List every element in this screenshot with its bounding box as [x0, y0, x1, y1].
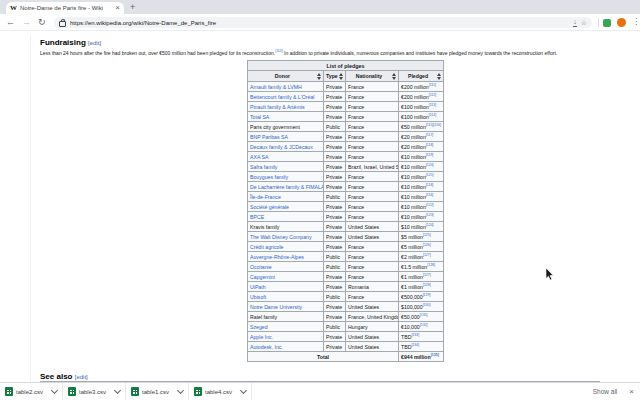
citation-link[interactable]: [131] [420, 313, 428, 317]
donor-link[interactable]: UiPath [250, 284, 266, 290]
citation-link[interactable]: [133] [411, 333, 419, 337]
donor-link[interactable]: Bettencourt family & L'Oréal [250, 94, 314, 100]
tab-close-icon[interactable]: × [115, 4, 120, 12]
address-bar[interactable]: https://en.wikipedia.org/wiki/Notre-Dame… [54, 17, 592, 28]
column-header-nationality[interactable]: Nationality [346, 71, 399, 82]
citation-link[interactable]: [122] [426, 203, 434, 207]
donor-link[interactable]: Autodesk, Inc. [250, 344, 283, 350]
donor-link[interactable]: BNP Paribas SA [250, 134, 288, 140]
reload-icon[interactable]: ↻ [38, 17, 46, 27]
donor-link[interactable]: Capgemini [250, 274, 275, 280]
download-filename[interactable]: table2.csv [16, 389, 49, 395]
donor-link[interactable]: Société générale [250, 204, 289, 210]
nationality-cell: France [346, 102, 399, 112]
edit-link[interactable]: edit [76, 374, 86, 380]
donor-link[interactable]: The Walt Disney Company [250, 234, 312, 240]
citation-link[interactable]: [127] [423, 273, 431, 277]
donor-link[interactable]: Apple Inc. [250, 334, 273, 340]
citation-link[interactable]: [119] [426, 153, 434, 157]
citation-link[interactable]: [110] [275, 49, 283, 53]
sort-arrows-icon[interactable] [437, 73, 441, 80]
citation-link[interactable]: [113] [429, 103, 437, 107]
chevron-down-icon[interactable] [51, 387, 58, 394]
citation-link[interactable]: [112] [429, 93, 437, 97]
browser-tab[interactable]: W Notre-Dame de Paris fire - Wiki × [6, 2, 124, 14]
donor-text: Ratel family [250, 314, 277, 320]
donor-link[interactable]: Auvergne-Rhône-Alpes [250, 254, 304, 260]
donor-link[interactable]: Bouygues family [250, 174, 288, 180]
donor-link[interactable]: De Lacharrière family & FIMALAC [250, 184, 324, 190]
citation-link[interactable]: [134] [411, 343, 419, 347]
download-filename[interactable]: table3.csv [79, 389, 112, 395]
citation-link[interactable]: [135] [431, 353, 439, 357]
chevron-down-icon[interactable] [240, 387, 247, 394]
citation-link[interactable]: [118] [426, 183, 434, 187]
citation-link[interactable]: [117] [426, 133, 434, 137]
download-filename[interactable]: table4.csv [205, 389, 238, 395]
chevron-down-icon[interactable] [177, 387, 184, 394]
download-item[interactable]: table2.csv [0, 383, 63, 400]
close-downloads-bar-icon[interactable]: × [629, 387, 634, 396]
edit-section-link[interactable]: [edit] [88, 40, 101, 46]
citation-link[interactable]: [128] [423, 283, 431, 287]
chrome-menu-icon[interactable]: ⋮ [632, 17, 640, 26]
new-tab-button[interactable]: + [130, 2, 135, 13]
extension-icon[interactable] [603, 19, 611, 27]
profile-avatar[interactable] [617, 18, 626, 27]
donor-link[interactable]: AXA SA [250, 154, 268, 160]
citation-link[interactable]: [123] [426, 213, 434, 217]
citation-link[interactable]: [128] [427, 263, 435, 267]
donor-link[interactable]: Decaux family & JCDecaux [250, 144, 313, 150]
sort-arrows-icon[interactable] [392, 73, 396, 80]
citation-link[interactable]: [124] [426, 223, 434, 227]
citation-link[interactable]: [120] [426, 163, 434, 167]
download-item[interactable]: table4.csv [189, 383, 252, 400]
donor-link[interactable]: Crédit agricole [250, 244, 283, 250]
show-all-downloads-button[interactable]: Show all [593, 388, 618, 395]
citation-link[interactable]: [116] [426, 193, 434, 197]
total-row: Total €944 million[135] [248, 352, 444, 362]
citation-link[interactable]: [126] [423, 243, 431, 247]
donor-link[interactable]: Île-de-France [250, 194, 281, 200]
citation-link[interactable]: [118] [426, 143, 434, 147]
forward-icon[interactable]: → [22, 17, 31, 27]
donor-link[interactable]: Pinault family & Artémis [250, 104, 305, 110]
url-text[interactable]: https://en.wikipedia.org/wiki/Notre-Dame… [70, 20, 569, 26]
donor-link[interactable]: Szeged [250, 324, 268, 330]
citation-link[interactable]: [115][116] [426, 123, 441, 127]
table-row: CapgeminiPrivateFrance€1 million[127] [248, 272, 444, 282]
sort-arrows-icon[interactable] [317, 73, 321, 80]
citation-link[interactable]: [111] [429, 83, 436, 87]
back-icon[interactable]: ← [6, 17, 15, 27]
bookmark-star-icon[interactable]: ☆ [581, 19, 587, 27]
pledged-cell: TBD[133] [399, 332, 444, 342]
donor-link[interactable]: Safra family [250, 164, 277, 170]
column-header-type[interactable]: Type [324, 71, 346, 82]
column-header-donor[interactable]: Donor [248, 71, 324, 82]
download-filename[interactable]: table1.csv [142, 389, 175, 395]
download-item[interactable]: table3.csv [63, 383, 126, 400]
pledged-cell: $100,000[130] [399, 302, 444, 312]
donor-link[interactable]: Total SA [250, 114, 269, 120]
download-item[interactable]: table1.csv [126, 383, 189, 400]
citation-link[interactable]: [114] [429, 113, 437, 117]
donor-link[interactable]: Notre Dame University [250, 304, 302, 310]
donor-link[interactable]: Ubisoft [250, 294, 266, 300]
edit-link[interactable]: edit [90, 40, 100, 46]
citation-link[interactable]: [132] [420, 323, 428, 327]
sort-arrows-icon[interactable] [339, 73, 343, 80]
citation-link[interactable]: [129] [423, 293, 431, 297]
table-row: UbisoftPublicFrance€500,000[129] [248, 292, 444, 302]
donor-link[interactable]: Arnault family & LVMH [250, 84, 302, 90]
table-row: Safra familyPrivateBrazil, Israel, Unite… [248, 162, 444, 172]
download-icon[interactable]: ↓ [573, 18, 577, 27]
citation-link[interactable]: [127] [423, 253, 431, 257]
citation-link[interactable]: [125] [423, 233, 431, 237]
donor-link[interactable]: Occitanie [250, 264, 272, 270]
donor-link[interactable]: BPCE [250, 214, 264, 220]
chevron-down-icon[interactable] [114, 387, 121, 394]
citation-link[interactable]: [130] [423, 303, 431, 307]
citation-link[interactable]: [121] [426, 173, 434, 177]
column-header-pledged[interactable]: Pledged [399, 71, 444, 82]
edit-section-link[interactable]: [edit] [75, 374, 88, 380]
